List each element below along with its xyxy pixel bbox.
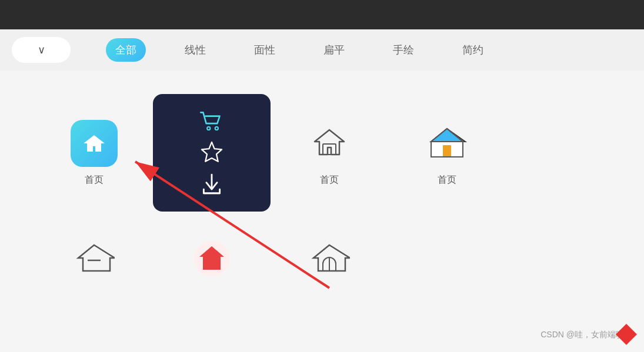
tab-face[interactable]: 面性 (245, 38, 285, 62)
top-bar (0, 0, 644, 29)
tab-line[interactable]: 线性 (175, 38, 215, 62)
outline-house-icon (306, 120, 353, 167)
icon-item-home-door[interactable] (271, 223, 388, 294)
pink-house-icon (188, 235, 235, 282)
icon-item-home-color[interactable]: 首页 (388, 108, 506, 198)
watermark: CSDN @哇，女前端哎！ (540, 330, 632, 340)
red-diamond-icon (615, 323, 638, 346)
icon-label-home-outline: 首页 (320, 174, 339, 186)
icon-label-home-blue: 首页 (85, 174, 104, 186)
content-area: 首页 (0, 71, 644, 352)
blue-house-icon (71, 120, 118, 167)
download-icon (197, 169, 226, 199)
svg-rect-3 (323, 144, 336, 155)
filter-bar: ∨ 全部 线性 面性 扁平 手绘 简约 (0, 29, 644, 71)
star-icon (197, 138, 226, 167)
tab-all[interactable]: 全部 (106, 38, 146, 62)
tab-flat[interactable]: 扁平 (314, 38, 354, 62)
chevron-down-icon: ∨ (38, 43, 45, 56)
minus-house-icon (71, 235, 118, 282)
svg-point-1 (215, 126, 218, 129)
color-house-icon (423, 120, 471, 167)
tab-simple[interactable]: 简约 (453, 38, 493, 62)
filter-tabs: 全部 线性 面性 扁平 手绘 简约 (106, 38, 493, 62)
dropdown-button[interactable]: ∨ (12, 37, 71, 63)
icon-item-home-pink[interactable] (153, 223, 271, 294)
tab-hand[interactable]: 手绘 (383, 38, 423, 62)
svg-marker-13 (616, 324, 637, 345)
icon-item-home-blue[interactable]: 首页 (35, 108, 153, 198)
icon-label-home-color: 首页 (438, 174, 456, 186)
door-house-icon (306, 235, 353, 282)
svg-point-0 (207, 126, 210, 129)
svg-rect-6 (443, 145, 451, 157)
dark-card-icons[interactable] (153, 94, 271, 212)
icon-item-home-outline[interactable]: 首页 (271, 108, 388, 198)
icon-item-home-minus[interactable] (35, 223, 153, 294)
cart-icon (197, 108, 226, 137)
